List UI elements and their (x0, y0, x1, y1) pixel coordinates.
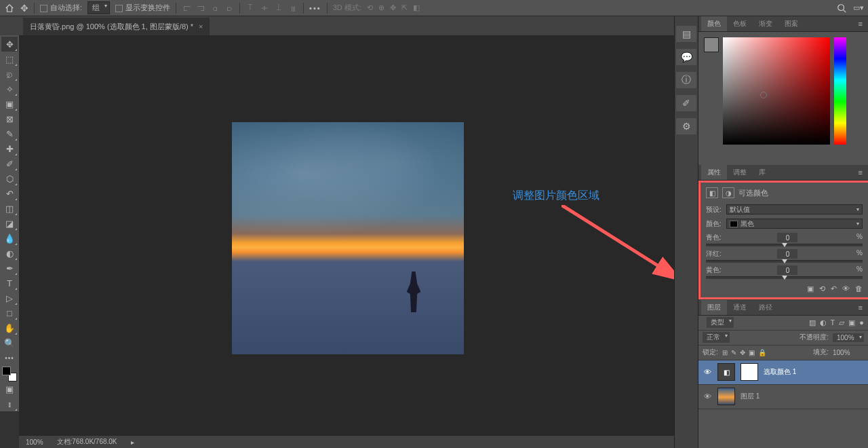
document-tab[interactable]: 日落黄昏.png @ 100% (选取颜色 1, 图层蒙版/8) * × (23, 18, 210, 35)
lock-position-icon[interactable]: ✥ (740, 349, 745, 356)
delete-icon[interactable]: 🗑 (855, 284, 863, 293)
frame-tool[interactable]: ⊠ (1, 111, 18, 126)
tab-layers[interactable]: 图层 (701, 300, 727, 315)
tab-libraries[interactable]: 库 (753, 165, 772, 180)
yellow-slider[interactable] (706, 276, 863, 279)
healing-brush-tool[interactable]: ✚ (1, 141, 18, 156)
clip-icon[interactable]: ▣ (807, 284, 814, 293)
auto-select-checkbox[interactable]: 自动选择: (40, 3, 82, 13)
visibility-toggle-icon[interactable]: 👁 (703, 368, 712, 376)
clone-stamp-tool[interactable]: ⬡ (1, 171, 18, 186)
orbit-icon[interactable]: ⟲ (367, 3, 373, 12)
brush-tool[interactable]: ✐ (1, 156, 18, 171)
eyedropper-tool[interactable]: ✎ (1, 126, 18, 141)
blur-tool[interactable]: 💧 (1, 231, 18, 246)
gradient-tool[interactable]: ◪ (1, 216, 18, 231)
hue-slider[interactable] (834, 37, 846, 145)
layer-item[interactable]: 👁 ◧ 选取颜色 1 (698, 360, 868, 385)
visibility-icon[interactable]: 👁 (842, 284, 850, 293)
align-bottom-icon[interactable]: ⟘ (274, 3, 283, 13)
adjustments-panel-icon[interactable]: ⚙ (676, 118, 696, 134)
align-center-h-icon[interactable]: ⫎ (196, 3, 205, 13)
layer-thumb[interactable] (717, 388, 735, 405)
lock-pixels-icon[interactable]: ✎ (731, 349, 736, 356)
panel-menu-icon[interactable]: ≡ (856, 20, 865, 28)
panel-menu-icon[interactable]: ≡ (856, 303, 865, 312)
fill-dropdown[interactable]: 100% (833, 349, 864, 356)
path-select-tool[interactable]: ▷ (1, 291, 18, 305)
cyan-input[interactable] (777, 233, 797, 242)
cyan-slider[interactable] (706, 244, 863, 246)
align-right-icon[interactable]: ⫐ (224, 3, 234, 13)
comments-panel-icon[interactable]: 💬 (676, 49, 696, 65)
align-right-icon[interactable]: ⫏ (210, 3, 220, 13)
foreground-color[interactable] (2, 367, 11, 375)
slider-thumb-icon[interactable] (782, 259, 787, 263)
layer-name[interactable]: 图层 1 (741, 392, 760, 401)
workspace-icon[interactable]: ▭▾ (853, 3, 864, 12)
reset-icon[interactable]: ↶ (831, 284, 837, 293)
pen-tool[interactable]: ✒ (1, 261, 18, 276)
tab-adjustments[interactable]: 调整 (727, 165, 753, 180)
tab-colors[interactable]: 颜色 (701, 16, 727, 31)
eraser-tool[interactable]: ◫ (1, 201, 18, 216)
type-tool[interactable]: T (1, 276, 18, 291)
tab-swatches[interactable]: 色板 (727, 16, 753, 31)
magic-wand-tool[interactable]: ✧ (1, 81, 18, 96)
filter-pixel-icon[interactable]: ▨ (809, 318, 816, 327)
preset-dropdown[interactable]: 默认值 (726, 204, 863, 214)
brushes-panel-icon[interactable]: ✐ (676, 95, 696, 111)
document-canvas[interactable] (232, 122, 464, 354)
filter-type-icon[interactable]: T (831, 318, 835, 327)
show-transform-checkbox[interactable]: 显示变换控件 (115, 3, 170, 13)
more-options-button[interactable]: ••• (309, 4, 321, 12)
quick-mask-tool[interactable]: ▣ (1, 381, 18, 396)
blend-mode-dropdown[interactable]: 正常 (703, 332, 730, 343)
close-icon[interactable]: × (199, 22, 203, 31)
marquee-tool[interactable]: ⬚ (1, 52, 18, 67)
slide-icon[interactable]: ⇱ (401, 3, 408, 12)
zoom3d-icon[interactable]: ◧ (413, 3, 420, 12)
opacity-dropdown[interactable]: 100% (833, 333, 864, 342)
search-icon[interactable] (837, 3, 846, 13)
filter-adjust-icon[interactable]: ◐ (820, 318, 827, 327)
pan-icon[interactable]: ✥ (390, 3, 396, 12)
roll-icon[interactable]: ⊕ (378, 3, 384, 12)
distribute-icon[interactable]: ⫼ (288, 3, 298, 13)
home-button[interactable] (4, 3, 15, 14)
info-panel-icon[interactable]: ⓘ (676, 72, 696, 88)
tab-properties[interactable]: 属性 (701, 165, 727, 180)
magenta-slider[interactable] (706, 260, 863, 263)
slider-thumb-icon[interactable] (782, 243, 787, 247)
crop-tool[interactable]: ▣ (1, 96, 18, 111)
align-middle-icon[interactable]: ⟛ (260, 3, 269, 13)
auto-select-dropdown[interactable]: 组 (87, 1, 110, 14)
history-brush-tool[interactable]: ↶ (1, 186, 18, 201)
lock-artboard-icon[interactable]: ▣ (749, 349, 755, 356)
filter-smart-icon[interactable]: ▣ (848, 318, 855, 327)
lasso-tool[interactable]: ⟄ (1, 67, 18, 81)
tab-patterns[interactable]: 图案 (778, 16, 804, 31)
edit-toolbar-button[interactable]: ••• (1, 350, 18, 365)
panel-menu-icon[interactable]: ≡ (856, 168, 865, 176)
yellow-input[interactable] (777, 265, 797, 275)
magenta-input[interactable] (777, 249, 797, 259)
lock-all-icon[interactable]: 🔒 (758, 349, 766, 356)
slider-thumb-icon[interactable] (782, 276, 787, 280)
screen-mode-tool[interactable]: ⫾ (1, 396, 18, 411)
layer-item[interactable]: 👁 图层 1 (698, 385, 868, 409)
zoom-tool[interactable]: 🔍 (1, 335, 18, 350)
filter-toggle-icon[interactable]: ● (859, 318, 864, 327)
view-previous-icon[interactable]: ⟲ (819, 284, 825, 293)
lock-transparent-icon[interactable]: ⊞ (722, 349, 728, 356)
align-top-icon[interactable]: ⟙ (245, 3, 255, 13)
history-panel-icon[interactable]: ▤ (676, 26, 696, 42)
layer-name[interactable]: 选取颜色 1 (764, 367, 796, 377)
foreground-swatch[interactable] (704, 37, 719, 52)
shape-tool[interactable]: □ (1, 305, 18, 320)
tab-gradients[interactable]: 渐变 (753, 16, 778, 31)
mask-thumb[interactable] (741, 363, 758, 381)
status-chevron-icon[interactable]: ▸ (131, 438, 134, 446)
filter-shape-icon[interactable]: ▱ (839, 318, 844, 327)
dodge-tool[interactable]: ◐ (1, 246, 18, 261)
